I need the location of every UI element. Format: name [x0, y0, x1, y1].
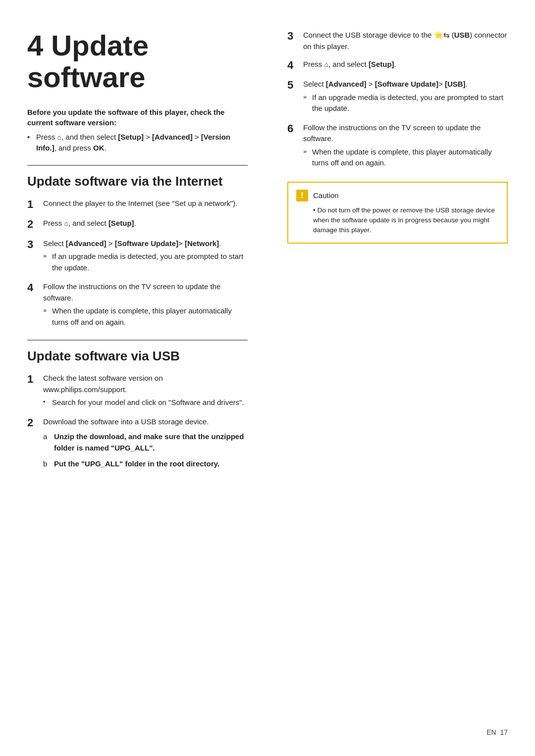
usb-step-1-sub-1: Search for your model and click on "Soft…	[43, 397, 248, 408]
right-step-6-content: Follow the instructions on the TV screen…	[303, 122, 508, 170]
internet-step-4-sub: When the update is complete, this player…	[43, 305, 248, 328]
right-step-number-5: 5	[287, 79, 303, 92]
usb-step-2-alpha-a: a Unzip the download, and make sure that…	[43, 431, 248, 454]
usb-steps-list: 1 Check the latest software version on w…	[27, 373, 248, 475]
alpha-content-a: Unzip the download, and make sure that t…	[54, 431, 248, 454]
alpha-label-b: b	[43, 458, 54, 470]
right-step-4: 4 Press ⌂, and select [Setup].	[287, 59, 508, 72]
right-step-number-6: 6	[287, 122, 303, 135]
right-steps-list: 3 Connect the USB storage device to the …	[287, 30, 508, 170]
intro-bullet-text: Press ⌂, and then select [Setup] > [Adva…	[36, 133, 230, 152]
internet-step-3-sub-1: If an upgrade media is detected, you are…	[43, 251, 248, 273]
usb-icon: ⭐⇆	[434, 31, 450, 39]
internet-step-3-sub: If an upgrade media is detected, you are…	[43, 251, 248, 273]
right-step-number-4: 4	[287, 59, 303, 72]
page-title: 4 Update software	[27, 30, 248, 93]
footer-page-num: 17	[500, 728, 508, 736]
internet-step-1-content: Connect the player to the Internet (see …	[43, 198, 248, 209]
right-step-number-3: 3	[287, 30, 303, 43]
footer-lang: EN	[486, 728, 496, 736]
caution-text: • Do not turn off the power or remove th…	[296, 205, 499, 236]
section-title-internet: Update software via the Internet	[27, 174, 248, 189]
internet-step-4-sub-1: When the update is complete, this player…	[43, 305, 248, 328]
section-divider-usb	[27, 340, 248, 341]
internet-step-4: 4 Follow the instructions on the TV scre…	[27, 281, 248, 329]
left-column: 4 Update software Before you update the …	[27, 30, 268, 726]
right-step-6-sub: When the update is complete, this player…	[303, 147, 508, 169]
page: 4 Update software Before you update the …	[0, 0, 535, 756]
step-number-1: 1	[27, 198, 43, 211]
right-step-5-sub-1: If an upgrade media is detected, you are…	[303, 92, 508, 114]
intro-bullets: Press ⌂, and then select [Setup] > [Adva…	[27, 132, 248, 154]
usb-step-2-alpha: a Unzip the download, and make sure that…	[43, 431, 248, 470]
internet-step-4-content: Follow the instructions on the TV screen…	[43, 281, 248, 329]
section-divider-internet	[27, 165, 248, 166]
caution-icon: !	[296, 190, 308, 202]
section-title-usb: Update software via USB	[27, 349, 248, 364]
usb-step-2-content: Download the software into a USB storage…	[43, 416, 248, 475]
right-step-5: 5 Select [Advanced] > [Software Update]>…	[287, 79, 508, 115]
step-number-4: 4	[27, 281, 43, 294]
usb-step-1-content: Check the latest software version on www…	[43, 373, 248, 409]
alpha-label-a: a	[43, 431, 54, 443]
intro-bold: Before you update the software of this p…	[27, 107, 248, 128]
step-number-3: 3	[27, 238, 43, 251]
right-step-4-content: Press ⌂, and select [Setup].	[303, 59, 508, 70]
intro-bullet-item: Press ⌂, and then select [Setup] > [Adva…	[27, 132, 248, 154]
usb-step-number-2: 2	[27, 416, 43, 429]
usb-step-2: 2 Download the software into a USB stora…	[27, 416, 248, 475]
caution-title: Caution	[313, 191, 339, 200]
right-step-6-sub-1: When the update is complete, this player…	[303, 147, 508, 169]
internet-step-2: 2 Press ⌂, and select [Setup].	[27, 218, 248, 231]
step-number-2: 2	[27, 218, 43, 231]
right-step-3-content: Connect the USB storage device to the ⭐⇆…	[303, 30, 508, 52]
caution-box: ! Caution • Do not turn off the power or…	[287, 182, 508, 244]
usb-step-number-1: 1	[27, 373, 43, 386]
right-step-5-content: Select [Advanced] > [Software Update]> […	[303, 79, 508, 115]
internet-step-3: 3 Select [Advanced] > [Software Update]>…	[27, 238, 248, 275]
usb-step-1-sub: Search for your model and click on "Soft…	[43, 397, 248, 408]
internet-step-1: 1 Connect the player to the Internet (se…	[27, 198, 248, 211]
internet-step-3-content: Select [Advanced] > [Software Update]> […	[43, 238, 248, 275]
alpha-content-b: Put the "UPG_ALL" folder in the root dir…	[54, 458, 248, 470]
internet-step-2-content: Press ⌂, and select [Setup].	[43, 218, 248, 229]
internet-steps-list: 1 Connect the player to the Internet (se…	[27, 198, 248, 329]
right-step-6: 6 Follow the instructions on the TV scre…	[287, 122, 508, 170]
page-footer: EN 17	[486, 728, 508, 736]
usb-step-1: 1 Check the latest software version on w…	[27, 373, 248, 409]
usb-step-2-alpha-b: b Put the "UPG_ALL" folder in the root d…	[43, 458, 248, 470]
right-column: 3 Connect the USB storage device to the …	[268, 30, 508, 726]
right-step-5-sub: If an upgrade media is detected, you are…	[303, 92, 508, 114]
caution-text-content: Do not turn off the power or remove the …	[313, 206, 495, 234]
right-step-3: 3 Connect the USB storage device to the …	[287, 30, 508, 52]
caution-header: ! Caution	[296, 190, 499, 202]
